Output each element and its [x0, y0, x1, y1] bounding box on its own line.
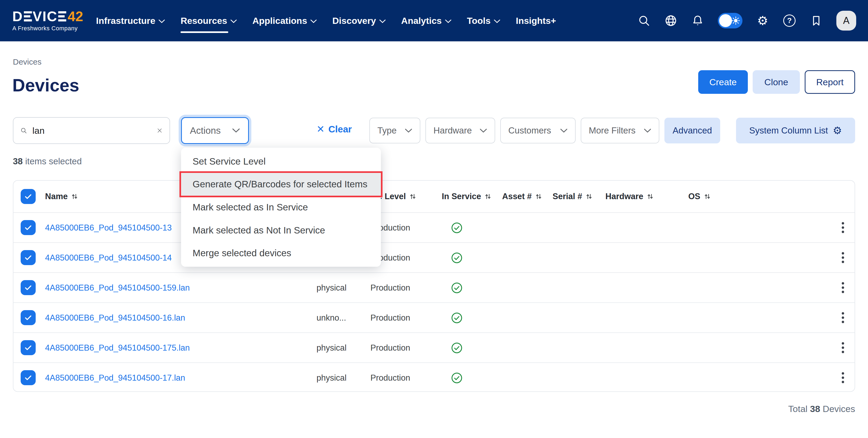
column-header-serial[interactable]: Serial #: [553, 181, 593, 212]
theme-toggle[interactable]: [718, 13, 742, 28]
table-total: Total 38 Devices: [788, 404, 855, 414]
row-checkbox[interactable]: [21, 250, 36, 265]
logo-bar-e-icon: [58, 11, 66, 22]
sort-icon: [71, 193, 78, 200]
nav-item-analytics[interactable]: Analytics: [401, 0, 452, 41]
row-checkbox[interactable]: [21, 340, 36, 355]
row-kebab-menu[interactable]: [839, 249, 847, 266]
device42-logo[interactable]: D VIC 42 A Freshworks Company: [12, 9, 83, 32]
device-name-link[interactable]: 4A85000EB6_Pod_945104500-159.lan: [45, 273, 190, 303]
table-row: 4A85000EB6_Pod_945104500-17.lan physical…: [13, 362, 855, 393]
search-input[interactable]: [32, 126, 151, 136]
in-service-check-icon: [451, 363, 463, 393]
chevron-down-icon: [379, 19, 386, 23]
device-type: physical: [316, 363, 346, 393]
create-button[interactable]: Create: [698, 70, 748, 94]
chevron-down-icon: [158, 19, 165, 23]
advanced-button[interactable]: Advanced: [664, 118, 720, 143]
menu-item-set-service-level[interactable]: Set Service Level: [181, 150, 381, 173]
nav-item-resources[interactable]: Resources: [181, 0, 237, 41]
table-row: 4A85000EB6_Pod_945104500-159.lan physica…: [13, 272, 855, 302]
row-kebab-menu[interactable]: [839, 310, 847, 326]
row-checkbox[interactable]: [21, 310, 36, 325]
nav-item-insights[interactable]: Insights+: [516, 0, 556, 41]
globe-icon[interactable]: [664, 14, 678, 27]
report-button[interactable]: Report: [805, 70, 855, 94]
select-all-checkbox[interactable]: [21, 189, 36, 204]
nav-item-infrastructure[interactable]: Infrastructure: [96, 0, 165, 41]
table-header-row: Name Service Level In Service Asset # Se…: [13, 181, 855, 212]
chevron-down-icon: [479, 128, 487, 133]
row-kebab-menu[interactable]: [839, 220, 847, 236]
settings-gear-icon[interactable]: ⚙: [756, 14, 769, 27]
column-header-name[interactable]: Name: [45, 181, 78, 212]
bookmark-icon[interactable]: [809, 14, 823, 27]
search-icon: [20, 125, 27, 136]
device-service-level: Production: [370, 363, 410, 393]
system-column-list-button[interactable]: System Column List ⚙: [736, 118, 855, 143]
page-title: Devices: [12, 75, 80, 95]
help-icon[interactable]: ?: [783, 14, 796, 27]
filter-more-filters-dropdown[interactable]: More Filters: [581, 118, 659, 143]
sort-icon: [646, 193, 654, 200]
menu-item-mark-not-in-service[interactable]: Mark selected as Not In Service: [181, 219, 381, 242]
in-service-check-icon: [451, 243, 463, 273]
column-header-hardware[interactable]: Hardware: [606, 181, 654, 212]
row-checkbox[interactable]: [21, 370, 36, 385]
top-navbar: D VIC 42 A Freshworks Company Infrastruc…: [0, 0, 868, 42]
column-header-asset[interactable]: Asset #: [502, 181, 542, 212]
sun-icon: [732, 16, 740, 26]
nav-item-tools[interactable]: Tools: [467, 0, 500, 41]
row-checkbox[interactable]: [21, 280, 36, 295]
menu-item-mark-in-service[interactable]: Mark selected as In Service: [181, 196, 381, 219]
table-row: 4A85000EB6_Pod_945104500-175.lan physica…: [13, 332, 855, 362]
devices-table: Name Service Level In Service Asset # Se…: [13, 180, 855, 392]
device-name-link[interactable]: 4A85000EB6_Pod_945104500-14: [45, 243, 172, 273]
in-service-check-icon: [451, 303, 463, 333]
actions-dropdown-button[interactable]: Actions: [181, 117, 249, 144]
chevron-down-icon: [445, 19, 452, 23]
in-service-check-icon: [451, 333, 463, 363]
row-kebab-menu[interactable]: [839, 279, 847, 296]
row-kebab-menu[interactable]: [839, 340, 847, 356]
column-header-os[interactable]: OS: [688, 181, 711, 212]
toggle-knob: [719, 14, 732, 27]
menu-item-generate-qr-barcodes[interactable]: Generate QR/Barcodes for selected Items: [181, 173, 381, 196]
device-type: physical: [316, 273, 346, 303]
nav-item-discovery[interactable]: Discovery: [332, 0, 386, 41]
breadcrumb[interactable]: Devices: [13, 57, 41, 66]
navbar-icon-group: ⚙ ? A: [637, 11, 856, 31]
device-name-link[interactable]: 4A85000EB6_Pod_945104500-17.lan: [45, 363, 185, 393]
table-row: 4A85000EB6_Pod_945104500-13 Production: [13, 212, 855, 242]
clear-x-icon: ✕: [316, 124, 324, 134]
row-kebab-menu[interactable]: [839, 370, 847, 386]
clear-search-icon[interactable]: [157, 126, 162, 135]
chevron-down-icon: [232, 128, 240, 133]
clear-filters-link[interactable]: ✕ Clear: [316, 124, 352, 135]
sort-icon: [409, 193, 416, 200]
filter-hardware-dropdown[interactable]: Hardware: [426, 118, 495, 143]
menu-item-merge-selected-devices[interactable]: Merge selected devices: [181, 241, 381, 265]
in-service-check-icon: [451, 273, 463, 303]
search-icon[interactable]: [637, 14, 651, 27]
user-avatar[interactable]: A: [836, 11, 856, 31]
device-name-link[interactable]: 4A85000EB6_Pod_945104500-13: [45, 213, 172, 243]
filter-customers-dropdown[interactable]: Customers: [500, 118, 576, 143]
device-name-link[interactable]: 4A85000EB6_Pod_945104500-175.lan: [45, 333, 190, 363]
table-row: 4A85000EB6_Pod_945104500-16.lan unkno...…: [13, 302, 855, 332]
logo-bar-e-icon: [24, 11, 32, 22]
sort-icon: [535, 193, 542, 200]
device-name-link[interactable]: 4A85000EB6_Pod_945104500-16.lan: [45, 303, 185, 333]
column-header-in-service[interactable]: In Service: [442, 181, 492, 212]
row-checkbox[interactable]: [21, 220, 36, 235]
chevron-down-icon: [494, 19, 500, 23]
device-service-level: Production: [370, 273, 410, 303]
notifications-bell-icon[interactable]: [691, 14, 704, 27]
header-buttons: Create Clone Report: [698, 70, 855, 94]
table-row: 4A85000EB6_Pod_945104500-14 Production: [13, 242, 855, 272]
filter-type-dropdown[interactable]: Type: [369, 118, 420, 143]
clone-button[interactable]: Clone: [753, 70, 800, 94]
gear-icon: ⚙: [833, 125, 842, 136]
nav-item-applications[interactable]: Applications: [252, 0, 317, 41]
sort-icon: [484, 193, 492, 200]
